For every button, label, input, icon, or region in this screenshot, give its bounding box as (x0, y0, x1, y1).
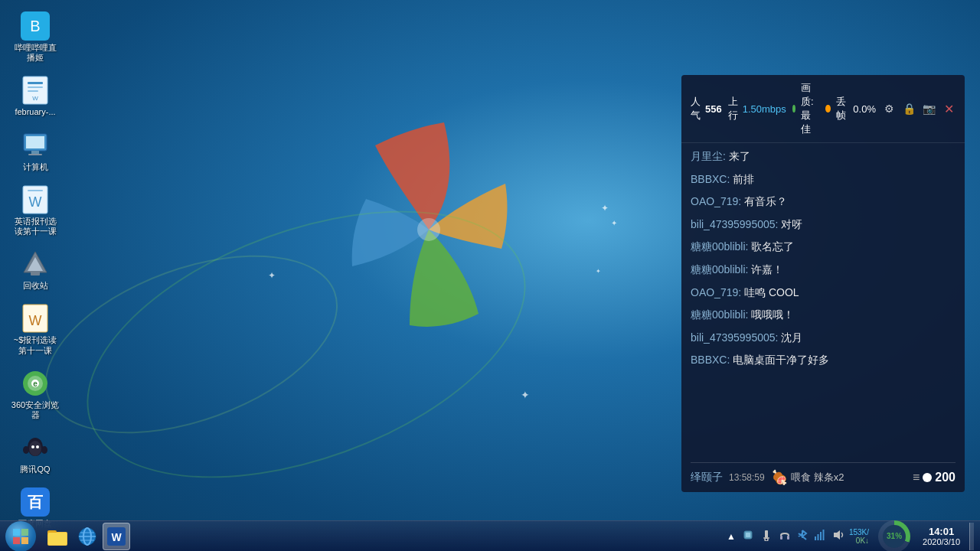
systray-tool[interactable] (740, 527, 756, 546)
svg-rect-53 (820, 532, 822, 540)
chat-msg-7: 糖糖00blibli: 哦哦哦！ (691, 308, 956, 323)
settings-icon[interactable]: ⚙ (882, 102, 896, 116)
computer-icon (20, 130, 51, 161)
cpu-indicator[interactable]: 31% (878, 520, 910, 552)
loss-value: 0.0% (853, 103, 876, 115)
popularity-value: 556 (705, 103, 722, 115)
loss-stat: 丢帧 0.0% (825, 95, 876, 122)
msg-5-content: 许嘉！ (751, 263, 783, 276)
start-button[interactable] (0, 521, 41, 552)
msg-2-username: OAO_719: (691, 195, 741, 207)
msg-6-content: 哇鸣 COOL (744, 286, 799, 298)
chat-msg-6: OAO_719: 哇鸣 COOL (691, 285, 956, 301)
close-icon[interactable]: ✕ (942, 102, 956, 116)
lock-icon[interactable]: 🔒 (902, 102, 916, 116)
msg-6-username: OAO_719: (691, 286, 741, 298)
taskbar-clock[interactable]: 14:01 2020/3/10 (916, 521, 966, 552)
icon-360browser[interactable]: e 360安全浏览 器 (8, 365, 63, 423)
gift-icon: 🍖 (771, 469, 788, 486)
recycle-icon (20, 249, 51, 279)
wpsdoc-label: ~$报刊选读 第十一课 (11, 335, 60, 355)
chat-msg-9: BBBXC: 电脑桌面干净了好多 (691, 353, 956, 368)
clock-time: 14:01 (929, 526, 954, 537)
show-desktop-button[interactable] (969, 523, 974, 550)
systray-expand[interactable]: ▲ (725, 530, 737, 543)
icon-qq[interactable]: 腾讯QQ (8, 429, 63, 478)
svg-text:W: W (111, 531, 122, 543)
taskbar-folder[interactable] (44, 523, 72, 550)
network-speed: 153K/ 0K↓ (849, 528, 869, 545)
taskbar: W ▲ (0, 520, 980, 551)
svg-rect-46 (765, 530, 768, 538)
footer-gift: 🍖 喂食 辣条x2 (771, 469, 844, 486)
msg-8-content: 沈月 (781, 331, 802, 344)
net-down-speed: 0K↓ (856, 536, 869, 545)
chat-msg-4: 糖糖00blibli: 歌名忘了 (691, 240, 956, 255)
systray-volume[interactable] (831, 527, 846, 546)
svg-text:e: e (33, 380, 38, 388)
systray-network[interactable] (812, 527, 828, 546)
icon-february[interactable]: W february-... (8, 72, 63, 120)
english-icon: W (20, 184, 51, 215)
svg-marker-55 (834, 530, 840, 540)
icon-recycle[interactable]: 回收站 (8, 246, 63, 294)
taskbar-wps[interactable]: W (103, 523, 130, 550)
msg-2-content: 有音乐？ (744, 195, 787, 207)
icon-computer[interactable]: 计算机 (8, 127, 63, 175)
qq-icon (20, 432, 51, 463)
icon-english[interactable]: W 英语报刊选 读第十一课 (8, 181, 63, 240)
gift-action: 喂食 (791, 471, 811, 484)
chat-msg-3: bili_47395995005: 对呀 (691, 217, 956, 233)
svg-text:W: W (29, 194, 42, 210)
february-icon: W (20, 75, 51, 106)
chat-panel: 人气 556 上行 1.50mbps 画质: 最佳 丢帧 0.0% ⚙ 🔒 📷 … (681, 75, 965, 492)
svg-rect-54 (822, 530, 824, 540)
cpu-percent: 31% (883, 525, 906, 548)
recycle-label: 回收站 (23, 281, 48, 291)
chat-msg-0: 月里尘: 来了 (691, 149, 956, 165)
taskbar-tray: W (41, 523, 133, 550)
icon-wpsdoc[interactable]: W ~$报刊选读 第十一课 (8, 300, 63, 358)
popularity-stat: 人气 556 (691, 95, 722, 122)
bilibili-label: 哔哩哔哩直 播姬 (11, 43, 60, 63)
baidu-icon: 百 (20, 487, 51, 517)
upload-value: 1.50mbps (743, 103, 786, 115)
desktop-icon-area: B 哔哩哔哩直 播姬 W february-... (0, 0, 70, 551)
systray-headphone[interactable] (777, 527, 792, 546)
net-up-speed: 153K/ (849, 528, 869, 536)
msg-7-content: 哦哦哦！ (751, 308, 794, 321)
popularity-label: 人气 (691, 95, 701, 122)
360browser-icon: e (20, 368, 51, 399)
msg-4-content: 歌名忘了 (751, 240, 794, 253)
360browser-label: 360安全浏览 器 (11, 400, 60, 420)
english-label: 英语报刊选 读第十一课 (11, 217, 60, 236)
chat-msg-8: bili_47395995005: 沈月 (691, 331, 956, 346)
systray-usb[interactable] (759, 527, 774, 546)
sparkle5: ✦ (596, 268, 601, 275)
svg-point-26 (31, 445, 34, 448)
systray-bluetooth[interactable] (795, 527, 809, 546)
wpsdoc-icon: W (20, 303, 51, 334)
taskbar-ie[interactable] (74, 523, 101, 550)
footer-time: 13:58:59 (729, 472, 765, 483)
loss-dot (825, 105, 830, 112)
quality-stat: 画质: 最佳 (792, 81, 820, 136)
chat-msg-5: 糖糖00blibli: 许嘉！ (691, 262, 956, 278)
chat-msg-2: OAO_719: 有音乐？ (691, 194, 956, 210)
sparkle3: ✦ (268, 270, 276, 281)
svg-point-28 (23, 446, 29, 454)
svg-text:B: B (30, 18, 40, 34)
msg-1-username: BBBXC: (691, 173, 730, 185)
gift-name: 辣条x2 (814, 471, 844, 484)
svg-rect-6 (28, 90, 38, 92)
header-icons: ⚙ 🔒 📷 ✕ (882, 102, 956, 116)
chat-header: 人气 556 上行 1.50mbps 画质: 最佳 丢帧 0.0% ⚙ 🔒 📷 … (681, 75, 965, 143)
footer-amount-area: ≡ 200 (913, 471, 956, 484)
svg-rect-14 (28, 190, 43, 191)
camera-icon[interactable]: 📷 (922, 102, 936, 116)
svg-point-29 (41, 446, 47, 454)
icon-bilibili[interactable]: B 哔哩哔哩直 播姬 (8, 8, 63, 66)
upload-label: 上行 (728, 95, 738, 122)
msg-0-username: 月里尘: (691, 150, 726, 162)
svg-rect-9 (26, 136, 44, 148)
